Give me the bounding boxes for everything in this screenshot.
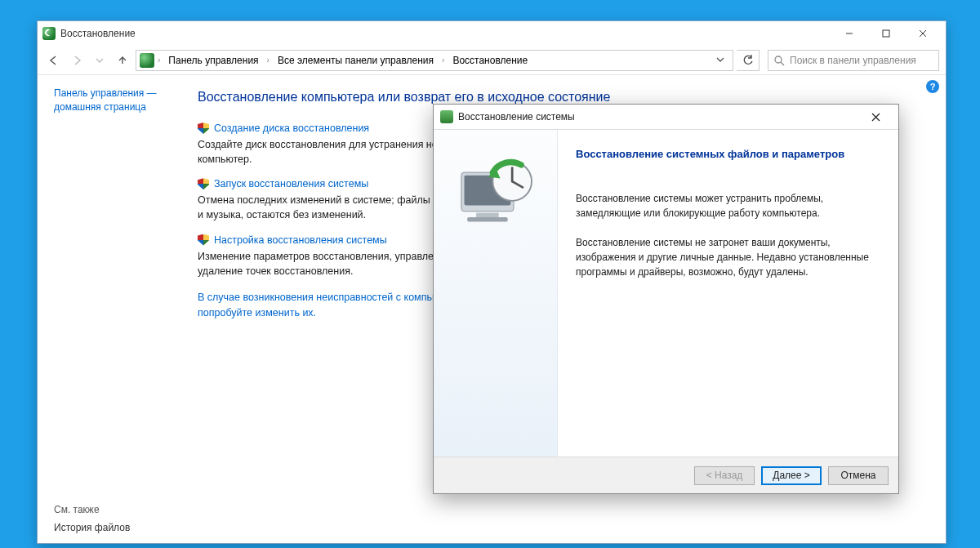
recovery-icon	[42, 27, 56, 40]
control-panel-home-link[interactable]: Панель управления — домашняя страница	[54, 87, 188, 114]
dialog-content: Восстановление системных файлов и параме…	[558, 130, 898, 457]
link-open-system-restore[interactable]: Запуск восстановления системы	[214, 178, 368, 189]
help-icon[interactable]: ?	[926, 80, 939, 93]
close-button[interactable]	[904, 21, 941, 46]
dialog-paragraph-1: Восстановление системы может устранить п…	[576, 191, 879, 221]
window-title: Восстановление	[60, 28, 136, 39]
dialog-titlebar[interactable]: Восстановление системы	[434, 105, 898, 129]
search-placeholder: Поиск в панели управления	[790, 55, 916, 66]
page-title: Восстановление компьютера или возврат ег…	[198, 90, 931, 105]
system-restore-dialog: Восстановление системы Восстановление си…	[433, 104, 899, 494]
dialog-button-row: < Назад Далее > Отмена	[434, 457, 898, 493]
minimize-button[interactable]	[831, 21, 867, 46]
crumb-recovery[interactable]: Восстановление	[448, 53, 532, 68]
titlebar[interactable]: Восстановление	[38, 21, 946, 46]
link-configure-system-restore[interactable]: Настройка восстановления системы	[214, 234, 387, 246]
nav-up-button[interactable]	[113, 51, 132, 70]
nav-back-button[interactable]	[44, 51, 64, 70]
breadcrumb: › Панель управления › Все элементы панел…	[136, 50, 733, 71]
nav-recent-button[interactable]	[90, 51, 109, 70]
cancel-button[interactable]: Отмена	[828, 466, 889, 485]
system-restore-icon	[440, 110, 453, 123]
svg-line-5	[781, 62, 784, 65]
file-history-link[interactable]: История файлов	[54, 522, 130, 533]
maximize-button[interactable]	[867, 21, 904, 46]
nav-forward-button[interactable]	[67, 51, 87, 70]
back-button[interactable]: < Назад	[694, 466, 755, 485]
svg-point-4	[775, 56, 782, 63]
crumb-control-panel[interactable]: Панель управления	[163, 53, 263, 68]
breadcrumb-dropdown[interactable]	[711, 53, 729, 68]
sidebar: Панель управления — домашняя страница См…	[38, 75, 198, 543]
dialog-paragraph-2: Восстановление системы не затронет ваши …	[576, 235, 879, 279]
system-restore-graphic-icon	[451, 151, 541, 249]
search-icon	[773, 55, 785, 66]
shield-icon	[198, 123, 209, 134]
svg-rect-1	[883, 30, 889, 37]
breadcrumb-icon	[140, 53, 154, 68]
address-bar: › Панель управления › Все элементы панел…	[38, 46, 946, 75]
dialog-heading: Восстановление системных файлов и параме…	[576, 148, 879, 160]
svg-rect-10	[476, 213, 499, 218]
chevron-right-icon[interactable]: ›	[440, 56, 446, 65]
shield-icon	[198, 234, 209, 246]
dialog-sidebar-graphic	[434, 130, 558, 457]
link-create-recovery-drive[interactable]: Создание диска восстановления	[214, 123, 369, 134]
shield-icon	[198, 178, 209, 189]
chevron-right-icon[interactable]: ›	[156, 56, 162, 65]
chevron-right-icon[interactable]: ›	[265, 56, 271, 65]
refresh-button[interactable]	[737, 50, 760, 71]
crumb-all-items[interactable]: Все элементы панели управления	[273, 53, 439, 68]
see-also-heading: См. также	[54, 497, 188, 515]
next-button[interactable]: Далее >	[761, 466, 822, 485]
search-input[interactable]: Поиск в панели управления	[768, 50, 939, 71]
dialog-title: Восстановление системы	[458, 111, 575, 123]
dialog-close-button[interactable]	[859, 105, 892, 128]
svg-rect-11	[467, 217, 508, 222]
